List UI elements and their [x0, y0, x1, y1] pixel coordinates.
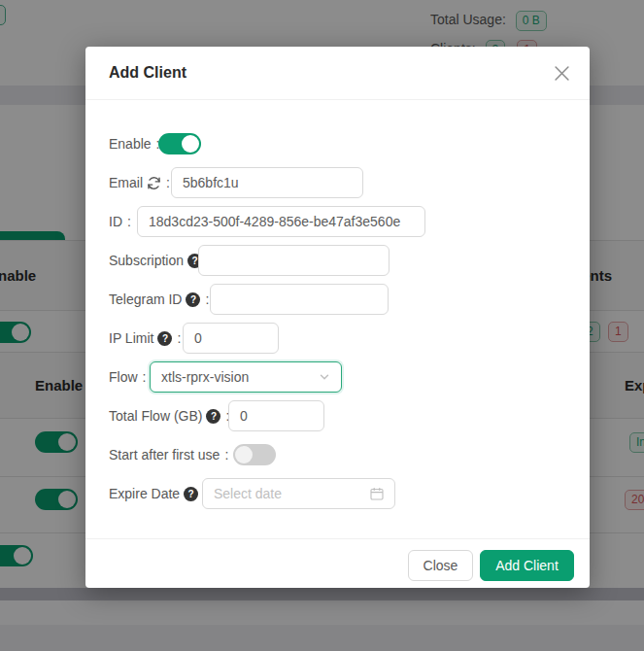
id-label: ID: — [109, 211, 131, 232]
id-field[interactable] — [137, 206, 425, 237]
help-icon[interactable]: ? — [184, 487, 198, 501]
refresh-icon[interactable] — [147, 176, 161, 190]
enable-label: Enable: — [109, 133, 159, 154]
start-after-first-use-label: Start after first use: — [109, 444, 228, 465]
app-window: Total Usage: 0 B Clients: 2 1 Actions En… — [0, 0, 644, 651]
subscription-field[interactable] — [198, 245, 390, 276]
help-icon[interactable]: ? — [206, 409, 220, 424]
modal-footer: Close Add Client — [85, 538, 590, 588]
toggle-knob — [182, 135, 199, 153]
expire-date-picker[interactable] — [202, 478, 395, 509]
email-field[interactable] — [171, 167, 363, 198]
total-flow-label: Total Flow (GB) ? : — [109, 405, 229, 427]
flow-selected-value: xtls-rprx-vision — [161, 369, 319, 385]
toggle-knob — [235, 446, 253, 463]
start-after-first-use-toggle[interactable] — [233, 444, 276, 465]
add-client-modal: Add Client Enable: Email : ID: — [85, 47, 590, 588]
expire-date-input[interactable] — [214, 486, 370, 501]
subscription-label: Subscription ? : — [109, 250, 211, 271]
telegram-id-label: Telegram ID ? : — [109, 289, 209, 310]
expire-date-label: Expire Date ? : — [109, 483, 207, 504]
close-icon[interactable] — [554, 66, 569, 82]
flow-select[interactable]: xtls-rprx-vision — [150, 361, 342, 393]
email-label: Email : — [109, 172, 170, 193]
close-button[interactable]: Close — [408, 550, 473, 581]
ip-limit-label: IP Limit ? : — [109, 327, 181, 349]
flow-label: Flow: — [109, 366, 146, 388]
help-icon[interactable]: ? — [157, 331, 172, 346]
total-flow-field[interactable] — [228, 400, 324, 431]
add-client-button[interactable]: Add Client — [480, 550, 574, 581]
ip-limit-field[interactable] — [183, 323, 279, 354]
enable-toggle[interactable] — [158, 133, 201, 154]
telegram-id-field[interactable] — [210, 284, 389, 315]
calendar-icon — [370, 487, 384, 500]
help-icon[interactable]: ? — [186, 292, 200, 307]
modal-header: Add Client — [85, 47, 590, 100]
chevron-down-icon — [319, 371, 330, 383]
modal-title: Add Client — [109, 64, 186, 82]
